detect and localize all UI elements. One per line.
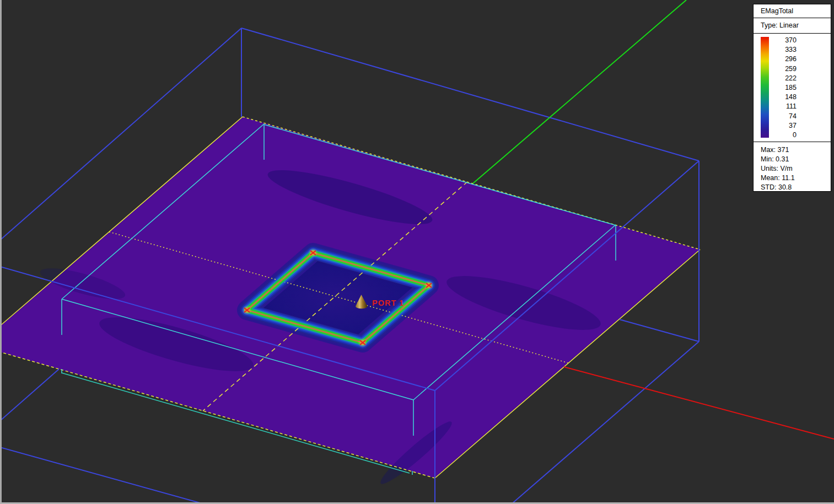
scale-tick-label: 148 xyxy=(772,93,797,101)
scale-tick-label: 222 xyxy=(772,74,797,83)
stat-line-min: Min: 0.31 xyxy=(761,155,831,164)
legend-stats: Max: 371 Min: 0.31 Units: V/m Mean: 11.1… xyxy=(754,142,831,192)
window-border-left xyxy=(0,0,2,504)
box-bottom-front-left-edge xyxy=(0,447,204,504)
stat-line-std: STD: 30.8 xyxy=(761,183,831,192)
stat-line-units: Units: V/m xyxy=(761,164,831,174)
x-axis xyxy=(564,367,834,439)
legend-colorbar-section: 370 333 296 259 222 185 148 111 74 37 0 xyxy=(754,34,831,142)
3d-viewport[interactable]: PORT 1 EMagTotal Type: Linear 370 333 29… xyxy=(0,0,834,504)
colorbar-tick-labels: 370 333 296 259 222 185 148 111 74 37 0 xyxy=(772,36,797,139)
scale-tick-label: 259 xyxy=(772,64,797,73)
3d-scene: PORT 1 xyxy=(0,0,834,504)
legend-panel[interactable]: EMagTotal Type: Linear 370 333 296 259 2… xyxy=(753,4,831,192)
y-axis xyxy=(473,0,686,183)
legend-title: EMagTotal xyxy=(754,4,831,18)
box-bottom-back-right-edge xyxy=(620,319,699,342)
scale-tick-label: 74 xyxy=(772,112,797,121)
scale-tick-label: 0 xyxy=(772,131,797,139)
scale-tick-label: 333 xyxy=(772,45,797,54)
scale-tick-label: 111 xyxy=(772,102,797,111)
scale-tick-label: 185 xyxy=(772,83,797,92)
colorbar xyxy=(761,37,769,138)
scale-tick-label: 37 xyxy=(772,121,797,130)
scale-tick-label: 370 xyxy=(772,36,797,45)
box-bottom-back-left-edge xyxy=(0,369,59,421)
port-label: PORT 1 xyxy=(372,299,404,307)
legend-scale-type: Type: Linear xyxy=(754,18,831,34)
stat-line-max: Max: 371 xyxy=(761,145,831,155)
scale-tick-label: 296 xyxy=(772,55,797,63)
stat-line-mean: Mean: 11.1 xyxy=(761,174,831,183)
